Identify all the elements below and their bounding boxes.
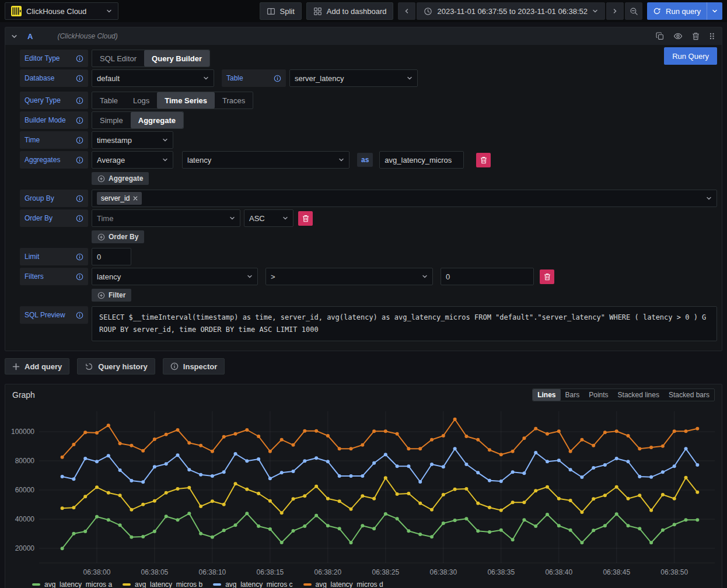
- svg-text:06:38:05: 06:38:05: [141, 568, 169, 576]
- add-to-dashboard-label: Add to dashboard: [327, 7, 387, 16]
- legend-item[interactable]: avg_latency_micros c: [213, 580, 292, 588]
- add-order-by-button[interactable]: Order By: [92, 230, 144, 243]
- remove-aggregate-button[interactable]: [476, 153, 491, 167]
- chevron-left-icon: [404, 8, 410, 14]
- clock-icon: [424, 7, 432, 16]
- graph-mode-stacked-bars[interactable]: Stacked bars: [664, 389, 714, 401]
- time-column-label: Time: [20, 131, 88, 149]
- aggregate-function-select[interactable]: Average: [92, 151, 173, 169]
- group-by-select[interactable]: server_id: [92, 190, 717, 207]
- editor-type-query-builder[interactable]: Query Builder: [144, 50, 209, 66]
- database-label: Database: [20, 69, 88, 87]
- table-select[interactable]: server_latency: [289, 69, 418, 87]
- remove-order-by-button[interactable]: [298, 211, 313, 226]
- duplicate-query-icon[interactable]: [656, 32, 664, 40]
- inspector-button[interactable]: Inspector: [163, 358, 225, 374]
- graph-mode-lines[interactable]: Lines: [533, 389, 560, 401]
- drag-handle-icon[interactable]: [709, 32, 715, 40]
- query-type-time-series[interactable]: Time Series: [157, 92, 215, 108]
- info-icon[interactable]: [76, 97, 83, 104]
- plus-circle-icon: [97, 233, 105, 241]
- close-icon[interactable]: [133, 196, 138, 201]
- query-history-button[interactable]: Query history: [77, 358, 155, 374]
- legend-item[interactable]: avg_latency_micros b: [123, 580, 202, 588]
- chevron-down-icon: [422, 274, 428, 279]
- svg-text:06:38:00: 06:38:00: [83, 568, 111, 576]
- builder-mode-label: Builder Mode: [20, 111, 88, 129]
- info-icon[interactable]: [76, 195, 83, 202]
- svg-text:100000: 100000: [11, 428, 34, 436]
- info-icon[interactable]: [274, 75, 281, 82]
- query-type-table[interactable]: Table: [92, 92, 125, 108]
- add-to-dashboard-button[interactable]: Add to dashboard: [306, 2, 394, 20]
- aggregate-column-select[interactable]: latency: [182, 151, 349, 169]
- refresh-icon: [653, 7, 661, 15]
- chevron-down-icon: [338, 157, 344, 163]
- query-editor-panel: A (ClickHouse Cloud) Run Query Editor Ty…: [5, 27, 722, 351]
- hide-response-eye-icon[interactable]: [673, 32, 683, 41]
- info-icon[interactable]: [76, 136, 83, 144]
- chevron-down-icon: [203, 75, 209, 81]
- chevron-down-icon: [592, 8, 598, 14]
- time-range-controls: 2023-11-01 06:37:55 to 2023-11-01 06:38:…: [398, 2, 642, 20]
- filter-field-select[interactable]: latency: [92, 268, 258, 285]
- zoom-out-icon: [630, 7, 638, 16]
- info-icon[interactable]: [76, 273, 83, 281]
- graph-mode-stacked-lines[interactable]: Stacked lines: [613, 389, 664, 401]
- top-bar: ClickHouse Cloud Split Add to dashboard: [0, 0, 727, 22]
- add-aggregate-button[interactable]: Aggregate: [92, 172, 149, 185]
- time-range-picker[interactable]: 2023-11-01 06:37:55 to 2023-11-01 06:38:…: [417, 2, 605, 20]
- info-icon[interactable]: [76, 117, 83, 124]
- svg-text:60000: 60000: [15, 486, 35, 494]
- database-select[interactable]: default: [92, 69, 214, 87]
- filter-operator-select[interactable]: >: [265, 268, 433, 285]
- add-filter-button[interactable]: Filter: [92, 289, 131, 302]
- aggregate-alias-input[interactable]: avg_latency_micros: [379, 151, 464, 169]
- graph-mode-toggle: Lines Bars Points Stacked lines Stacked …: [532, 388, 715, 401]
- split-button[interactable]: Split: [260, 2, 302, 20]
- info-icon[interactable]: [76, 156, 83, 164]
- time-series-chart[interactable]: 2000040000600008000010000006:38:0006:38:…: [5, 403, 722, 579]
- legend-swatch: [32, 583, 40, 586]
- info-icon[interactable]: [76, 75, 83, 82]
- limit-input[interactable]: 0: [92, 248, 131, 265]
- run-query-button[interactable]: Run Query: [664, 47, 717, 65]
- time-column-select[interactable]: timestamp: [92, 131, 173, 149]
- remove-query-trash-icon[interactable]: [692, 32, 700, 40]
- as-keyword-chip: as: [357, 153, 373, 167]
- run-query-dropdown[interactable]: [707, 2, 722, 20]
- time-shift-forward-button[interactable]: [606, 2, 624, 20]
- dashboard-grid-icon: [313, 7, 322, 16]
- builder-mode-simple[interactable]: Simple: [92, 112, 131, 128]
- info-icon[interactable]: [76, 215, 83, 222]
- add-query-button[interactable]: Add query: [5, 358, 69, 374]
- graph-mode-bars[interactable]: Bars: [561, 389, 585, 401]
- query-row-header[interactable]: A (ClickHouse Cloud): [5, 27, 722, 45]
- builder-mode-aggregate[interactable]: Aggregate: [131, 112, 183, 128]
- time-shift-back-button[interactable]: [398, 2, 415, 20]
- chevron-down-icon: [247, 274, 253, 279]
- info-icon[interactable]: [76, 55, 83, 62]
- editor-type-sql-editor[interactable]: SQL Editor: [92, 50, 144, 66]
- svg-text:80000: 80000: [15, 457, 35, 465]
- info-icon[interactable]: [76, 253, 83, 261]
- run-query-split-button[interactable]: Run query: [647, 2, 722, 20]
- remove-filter-button[interactable]: [540, 270, 554, 284]
- order-by-direction-select[interactable]: ASC: [244, 209, 293, 227]
- sql-preview-text: SELECT $__timeInterval(timestamp) as tim…: [92, 306, 717, 341]
- legend-item[interactable]: avg_latency_micros d: [303, 580, 383, 588]
- filter-value-input[interactable]: 0: [441, 268, 534, 285]
- zoom-out-button[interactable]: [625, 2, 642, 20]
- graph-mode-points[interactable]: Points: [584, 389, 613, 401]
- legend-item[interactable]: avg_latency_micros a: [32, 580, 112, 588]
- order-by-field-select[interactable]: Time: [92, 209, 240, 227]
- svg-text:06:38:25: 06:38:25: [372, 568, 399, 576]
- query-type-logs[interactable]: Logs: [125, 92, 157, 108]
- datasource-picker[interactable]: ClickHouse Cloud: [5, 2, 118, 20]
- collapse-chevron-icon[interactable]: [11, 33, 18, 40]
- datasource-name: ClickHouse Cloud: [26, 7, 102, 16]
- legend-swatch: [123, 583, 131, 586]
- info-icon[interactable]: [76, 312, 83, 319]
- legend-label: avg_latency_micros b: [135, 580, 202, 588]
- query-type-traces[interactable]: Traces: [215, 92, 253, 108]
